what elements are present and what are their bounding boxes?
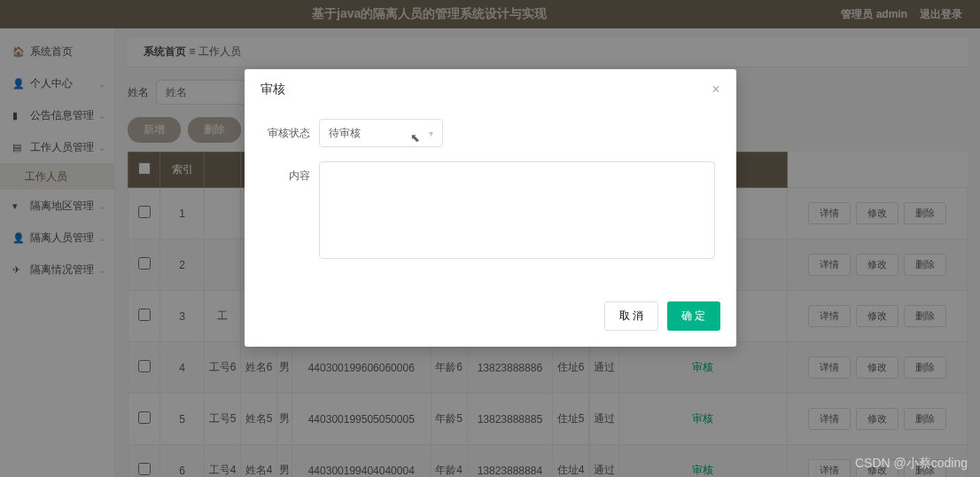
status-select[interactable]: 待审核 ▾ ⬉ xyxy=(319,119,443,147)
cancel-button[interactable]: 取 消 xyxy=(604,301,658,331)
content-label: 内容 xyxy=(266,161,319,184)
watermark: CSDN @小蔡coding xyxy=(855,456,968,472)
cursor-icon: ⬉ xyxy=(410,131,420,145)
audit-dialog: 审核 × 审核状态 待审核 ▾ ⬉ 内容 取 消 确 定 xyxy=(245,69,736,347)
confirm-button[interactable]: 确 定 xyxy=(667,301,719,331)
status-label: 审核状态 xyxy=(266,119,319,141)
content-textarea[interactable] xyxy=(319,161,715,259)
modal-mask[interactable]: 审核 × 审核状态 待审核 ▾ ⬉ 内容 取 消 确 定 xyxy=(0,0,980,477)
close-icon[interactable]: × xyxy=(712,82,719,98)
dialog-title: 审核 xyxy=(261,82,285,98)
chevron-down-icon: ▾ xyxy=(429,129,433,138)
status-select-value: 待审核 xyxy=(329,126,361,141)
